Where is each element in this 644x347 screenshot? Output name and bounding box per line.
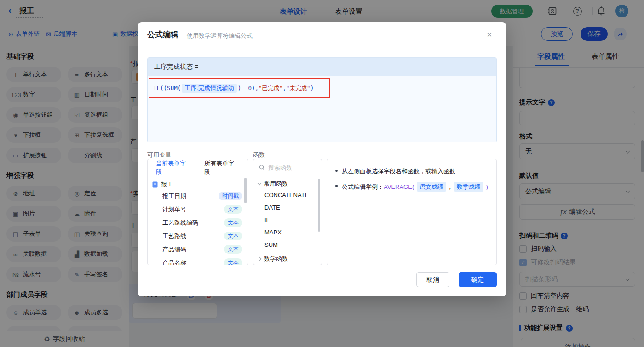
formula-editor-modal: 公式编辑 使用数学运算符编辑公式 × 工序完成状态 = IF((SUM(工序.完… <box>138 22 506 296</box>
formula-expression[interactable]: IF((SUM(工序.完成情况辅助)==0),"已完成","未完成") <box>153 84 314 93</box>
variables-label: 可用变量 <box>147 151 171 159</box>
chevron-right-icon <box>258 257 261 261</box>
common-functions-list: CONCATENATE DATE IF MAPX SUM <box>253 189 322 251</box>
modal-subtitle: 使用数学运算符编辑公式 <box>187 32 253 40</box>
modal-title: 公式编辑 <box>147 29 178 40</box>
variable-type-badge: 文本 <box>224 232 242 240</box>
close-icon[interactable]: × <box>487 29 492 40</box>
variables-list: 报工日期 时间戳 计划单号 文本 工艺路线编码 文本 工艺路线 <box>148 189 248 265</box>
variable-row[interactable]: 工艺路线 文本 <box>148 229 248 243</box>
variable-name: 计划单号 <box>162 205 186 214</box>
field-reference-chip[interactable]: 工序.完成情况辅助 <box>182 84 237 93</box>
function-item[interactable]: MAPX <box>253 226 322 239</box>
confirm-button[interactable]: 确定 <box>459 272 497 287</box>
variable-type-badge: 文本 <box>224 218 242 227</box>
help-panel: 从左侧面板选择字段名和函数，或输入函数 公式编辑举例：AVERAGE( 语文成绩… <box>327 159 497 265</box>
variable-type-badge: 文本 <box>224 258 242 265</box>
bullet-icon <box>335 170 338 172</box>
function-search[interactable]: 搜索函数 <box>253 159 322 176</box>
search-icon <box>259 165 265 171</box>
function-item[interactable]: SUM <box>253 239 322 251</box>
document-icon <box>152 181 158 188</box>
variable-row[interactable]: 报工日期 时间戳 <box>148 189 248 203</box>
formula-highlight-box: IF((SUM(工序.完成情况辅助)==0),"已完成","未完成") <box>149 78 330 98</box>
variable-name: 产品编码 <box>162 245 186 254</box>
functions-panel: 搜索函数 常用函数 CONCATENATE DATE IF MAPX SUM <box>253 159 322 265</box>
functions-scrollbar[interactable] <box>318 179 320 232</box>
help-line-1: 从左侧面板选择字段名和函数，或输入函数 <box>335 167 488 176</box>
function-name-example: AVERAGE( <box>384 183 414 190</box>
function-item[interactable]: IF <box>253 214 322 226</box>
variable-name: 产品名称 <box>162 259 186 266</box>
help-line-2: 公式编辑举例：AVERAGE( 语文成绩，数学成绩 ) <box>335 182 488 192</box>
variable-name: 报工日期 <box>162 192 186 200</box>
tab-all-form-fields[interactable]: 所有表单字段 <box>204 159 240 176</box>
variable-row[interactable]: 工艺路线编码 文本 <box>148 216 248 229</box>
variable-type-badge: 文本 <box>224 205 242 214</box>
form-tree-root[interactable]: 报工 <box>148 176 248 189</box>
variable-row[interactable]: 产品编码 文本 <box>148 243 248 256</box>
function-group-common[interactable]: 常用函数 <box>253 176 322 189</box>
function-item[interactable]: CONCATENATE <box>253 189 322 201</box>
variable-row[interactable]: 计划单号 文本 <box>148 203 248 216</box>
chevron-down-icon <box>258 181 261 185</box>
function-item[interactable]: DATE <box>253 201 322 214</box>
functions-label: 函数 <box>253 151 265 159</box>
variable-row[interactable]: 产品名称 文本 <box>148 256 248 265</box>
formula-editor: 工序完成状态 = IF((SUM(工序.完成情况辅助)==0),"已完成","未… <box>147 57 497 142</box>
function-group-text[interactable]: 文本函数 <box>253 264 322 265</box>
variable-name: 工艺路线编码 <box>162 219 198 227</box>
variables-scrollbar[interactable] <box>244 178 247 203</box>
variable-type-badge: 文本 <box>224 245 242 254</box>
form-designer-app: ‹ 报工 表单设计 表单设置 数据管理 ? 检 ⊘ 表单外链 ⊠ 后端脚本 ▣ <box>0 0 644 347</box>
variables-panel: 当前表单字段 所有表单字段 报工 报工日期 时间戳 计划单号 文本 <box>147 159 248 265</box>
example-field-chip: 语文成绩 <box>417 182 446 192</box>
variable-type-badge: 时间戳 <box>218 192 242 200</box>
variable-name: 工艺路线 <box>162 232 186 240</box>
example-field-chip: 数学成绩 <box>454 182 483 192</box>
search-placeholder: 搜索函数 <box>268 164 292 172</box>
tab-current-form-fields[interactable]: 当前表单字段 <box>156 159 191 176</box>
cancel-button[interactable]: 取消 <box>416 272 449 287</box>
function-group-math[interactable]: 数学函数 <box>253 251 322 264</box>
formula-input-area[interactable]: IF((SUM(工序.完成情况辅助)==0),"已完成","未完成") <box>148 76 496 142</box>
bullet-icon <box>335 185 338 187</box>
formula-target: 工序完成状态 = <box>148 58 496 76</box>
